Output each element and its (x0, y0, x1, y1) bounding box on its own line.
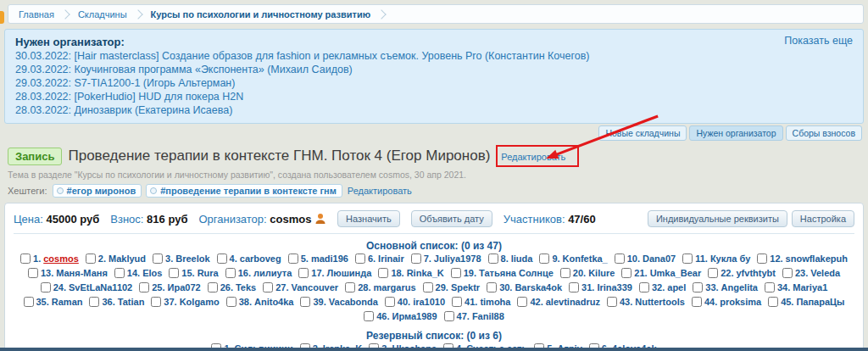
member-checkbox-item[interactable]: 25.Ира072 (139, 282, 200, 292)
member-checkbox-item[interactable]: 24.SvEtLaNa1102 (41, 282, 133, 292)
member-checkbox-item[interactable]: 7.Juliya1978 (411, 254, 481, 264)
member-checkbox-item[interactable]: 22.yfvthtybt (708, 268, 776, 278)
need-organizer-thread-link[interactable]: [Hair masterclass] Создание образов для … (75, 50, 590, 62)
member-username-link[interactable]: Kilure (588, 268, 615, 278)
member-username-link[interactable]: Маня-Маня (56, 268, 108, 278)
member-checkbox[interactable] (345, 282, 355, 292)
member-checkbox-item[interactable]: 34.Mariya1 (765, 282, 827, 292)
member-checkbox-item[interactable]: 41.timoha (452, 297, 510, 307)
member-checkbox[interactable] (560, 268, 570, 278)
member-checkbox-item[interactable]: 9.Konfetka_ (539, 254, 607, 264)
member-username-link[interactable]: Raman (52, 297, 83, 307)
member-username-link[interactable]: SvEtLaNa1102 (69, 282, 132, 292)
member-checkbox-item[interactable]: 37.Kolgamo (151, 297, 219, 307)
member-checkbox-item[interactable]: 27.Vancouver (263, 282, 338, 292)
member-checkbox[interactable] (169, 268, 179, 278)
member-checkbox-item[interactable]: 23.Veleda (782, 268, 840, 278)
member-checkbox[interactable] (41, 282, 51, 292)
member-username-link[interactable]: Maklyud (108, 254, 146, 264)
need-organizer-thread-link[interactable]: Динозаврик (Екатерина Исаева) (75, 104, 233, 116)
member-checkbox-item[interactable]: 36.Tatian (89, 297, 144, 307)
member-username-link[interactable]: snowflakepuh (786, 254, 848, 264)
member-username-link[interactable]: Breelok (175, 254, 209, 264)
member-checkbox[interactable] (139, 282, 149, 292)
member-username-link[interactable]: Rura (198, 268, 219, 278)
member-checkbox-item[interactable]: 26.Teks (208, 282, 257, 292)
member-username-link[interactable]: Vacabonda (329, 297, 378, 307)
member-checkbox-item[interactable]: 3.Breelok (153, 254, 210, 264)
breadcrumb-item[interactable]: Главная (17, 9, 56, 20)
member-checkbox-item[interactable]: 19.Татьяна Солнце (451, 268, 554, 278)
member-username-link[interactable]: cosmos (43, 254, 79, 264)
member-username-link[interactable]: madi196 (311, 254, 348, 264)
member-checkbox[interactable] (782, 268, 793, 278)
member-checkbox[interactable] (639, 282, 649, 292)
member-username-link[interactable]: carboveg (240, 254, 281, 264)
member-checkbox-item[interactable]: 18.Rinka_K (378, 268, 443, 278)
member-checkbox[interactable] (693, 282, 703, 292)
member-checkbox-item[interactable]: 6.Irinair (355, 254, 404, 264)
member-checkbox-item[interactable]: 1.cosmos (20, 254, 79, 264)
member-username-link[interactable]: Juliya1978 (434, 254, 481, 264)
member-username-link[interactable]: proksima (720, 297, 761, 307)
member-checkbox-item[interactable]: 46.Ирма1989 (364, 311, 437, 321)
filter-tab[interactable]: Новые складчины (598, 125, 687, 141)
member-username-link[interactable]: alevtinadruz (546, 297, 600, 307)
member-checkbox-item[interactable]: 16.лилиута (225, 268, 292, 278)
member-username-link[interactable]: Kolgamo (180, 297, 220, 307)
member-username-link[interactable]: Nuttertools (635, 297, 685, 307)
settings-button[interactable]: Настройка (792, 210, 854, 227)
member-checkbox-item[interactable]: 8.liuda (488, 254, 533, 264)
member-checkbox[interactable] (768, 297, 778, 307)
organizer-username-link[interactable]: cosmos (270, 213, 311, 226)
member-checkbox-item[interactable]: 38.Anito4ka (226, 297, 294, 307)
member-username-link[interactable]: Konfetka_ (563, 254, 608, 264)
member-username-link[interactable]: Ира072 (168, 282, 201, 292)
need-organizer-thread-link[interactable]: S7-TIA1200-1 (Игорь Альтерман) (75, 77, 236, 89)
member-checkbox[interactable] (569, 282, 579, 292)
member-username-link[interactable]: Люшинда (327, 268, 372, 278)
member-checkbox-item[interactable]: 10.Dana07 (615, 254, 676, 264)
member-checkbox-item[interactable]: 45.ПапараЦы (768, 297, 844, 307)
member-checkbox[interactable] (217, 254, 227, 264)
member-username-link[interactable]: ira1010 (413, 297, 445, 307)
member-checkbox[interactable] (89, 297, 99, 307)
member-username-link[interactable]: Veleda (810, 268, 840, 278)
breadcrumb-item[interactable]: Курсы по психологии и личностному развит… (149, 9, 373, 20)
member-checkbox[interactable] (757, 254, 767, 264)
member-checkbox[interactable] (263, 282, 273, 292)
member-checkbox[interactable] (226, 297, 236, 307)
member-checkbox[interactable] (20, 254, 31, 264)
edit-hashtags-link[interactable]: Редактировать (348, 186, 412, 196)
member-checkbox[interactable] (153, 254, 163, 264)
hashtag-pill[interactable]: #проведение терапии в контексте гнм (146, 184, 342, 198)
member-username-link[interactable]: liuda (511, 254, 533, 264)
member-checkbox[interactable] (451, 268, 461, 278)
member-checkbox[interactable] (355, 254, 365, 264)
member-checkbox[interactable] (378, 268, 388, 278)
announce-date-button[interactable]: Объявить дату (411, 210, 492, 227)
member-checkbox[interactable] (298, 268, 309, 278)
member-checkbox-item[interactable]: 31.Irina339 (569, 282, 632, 292)
member-checkbox-item[interactable]: 13.Маня-Маня (28, 268, 108, 278)
member-checkbox[interactable] (225, 268, 236, 278)
member-username-link[interactable]: Ирма1989 (392, 311, 437, 321)
member-username-link[interactable]: timoha (480, 297, 510, 307)
member-checkbox[interactable] (615, 254, 625, 264)
member-checkbox[interactable] (151, 297, 161, 307)
need-organizer-thread-link[interactable]: [PokerHudio] HUD для покера H2N (75, 91, 244, 103)
edit-thread-link[interactable]: Редактировать (501, 152, 565, 162)
member-checkbox-item[interactable]: 20.Kilure (560, 268, 615, 278)
member-checkbox[interactable] (423, 282, 433, 292)
member-checkbox[interactable] (28, 268, 38, 278)
member-username-link[interactable]: Irina339 (597, 282, 632, 292)
member-checkbox-item[interactable]: 14.Elos (114, 268, 163, 278)
member-username-link[interactable]: Dana07 (643, 254, 676, 264)
member-checkbox-item[interactable]: 43.Nuttertools (607, 297, 685, 307)
member-checkbox-item[interactable]: 15.Rura (169, 268, 218, 278)
member-checkbox-item[interactable]: 17.Люшинда (298, 268, 371, 278)
member-checkbox-item[interactable]: 32.apel (639, 282, 686, 292)
need-organizer-thread-link[interactable]: Коучинговая программа «Экспонента» (Миха… (75, 64, 353, 75)
member-checkbox[interactable] (517, 297, 527, 307)
member-username-link[interactable]: Anito4ka (254, 297, 293, 307)
